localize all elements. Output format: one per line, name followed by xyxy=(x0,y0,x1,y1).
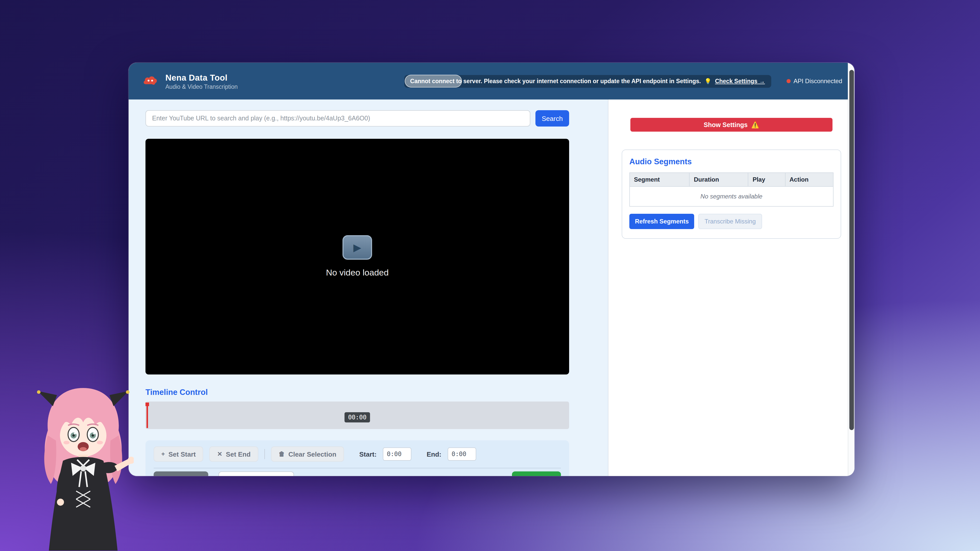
divider xyxy=(154,468,561,468)
timeline-buttons-row: + Set Start ✕ Set End 🗑 Clear Selection xyxy=(154,446,561,462)
set-end-label: Set End xyxy=(226,450,251,458)
window-body: Search ▶ No video loaded Timeline Contro… xyxy=(129,100,854,476)
warning-icon: ⚠️ xyxy=(751,121,759,129)
clear-selection-label: Clear Selection xyxy=(288,450,336,458)
sidebar-panel: Show Settings ⚠️ Audio Segments Segment … xyxy=(608,100,854,476)
api-status-label: API Disconnected xyxy=(794,78,842,85)
timeline-heading: Timeline Control xyxy=(145,388,569,397)
youtube-url-input[interactable] xyxy=(145,110,530,127)
clipped-button-left[interactable] xyxy=(154,472,208,476)
end-time-input[interactable] xyxy=(447,448,476,461)
segments-buttons: Refresh Segments Transcribe Missing xyxy=(629,214,834,229)
show-settings-button[interactable]: Show Settings ⚠️ xyxy=(630,118,832,132)
set-start-label: Set Start xyxy=(169,450,196,458)
app-header: Nena Data Tool Audio & Video Transcripti… xyxy=(129,63,854,100)
scrollbar-thumb[interactable] xyxy=(850,70,854,430)
end-label: End: xyxy=(427,450,442,458)
search-row: Search xyxy=(145,110,569,127)
clipped-button-right[interactable] xyxy=(512,472,561,476)
segments-table: Segment Duration Play Action No segments… xyxy=(629,172,834,206)
app-titles: Nena Data Tool Audio & Video Transcripti… xyxy=(165,73,238,89)
audio-segments-card: Audio Segments Segment Duration Play Act… xyxy=(622,149,841,239)
no-video-text: No video loaded xyxy=(326,268,389,278)
start-time-input[interactable] xyxy=(383,448,411,461)
segments-empty-text: No segments available xyxy=(630,186,833,206)
scrollbar-track[interactable] xyxy=(848,63,854,476)
status-dot-icon xyxy=(786,79,791,83)
clipped-button-middle[interactable] xyxy=(218,472,294,476)
show-settings-label: Show Settings xyxy=(703,121,748,128)
main-panel: Search ▶ No video loaded Timeline Contro… xyxy=(129,100,608,476)
app-logo-icon xyxy=(141,72,159,90)
col-duration: Duration xyxy=(690,173,748,186)
plus-icon: + xyxy=(161,451,165,457)
trash-icon: 🗑 xyxy=(279,451,285,457)
refresh-segments-button[interactable]: Refresh Segments xyxy=(629,214,694,229)
set-start-button[interactable]: + Set Start xyxy=(154,446,204,462)
api-status: API Disconnected xyxy=(786,78,842,85)
timeline-time-badge: 00:00 xyxy=(345,413,370,423)
desktop-background: Nena Data Tool Audio & Video Transcripti… xyxy=(0,0,980,551)
start-label: Start: xyxy=(360,450,377,458)
col-play: Play xyxy=(748,173,785,186)
play-icon[interactable]: ▶ xyxy=(342,235,372,260)
cross-icon: ✕ xyxy=(217,451,222,457)
col-action: Action xyxy=(785,173,833,186)
timeline-playhead[interactable] xyxy=(146,403,148,428)
audio-segments-heading: Audio Segments xyxy=(629,157,834,166)
timeline-controls-panel: + Set Start ✕ Set End 🗑 Clear Selection xyxy=(145,440,569,476)
col-segment: Segment xyxy=(630,173,690,186)
clipped-button-row xyxy=(154,472,561,476)
segments-header-row: Segment Duration Play Action xyxy=(630,173,833,186)
timeline-track[interactable]: 00:00 xyxy=(145,402,569,429)
bulb-icon: 💡 xyxy=(704,78,711,84)
divider xyxy=(264,449,265,459)
app-subtitle: Audio & Video Transcription xyxy=(165,83,238,89)
set-end-button[interactable]: ✕ Set End xyxy=(210,446,258,462)
transcribe-missing-button[interactable]: Transcribe Missing xyxy=(698,214,762,229)
banner-highlight-pill xyxy=(404,75,462,87)
check-settings-link[interactable]: Check Settings → xyxy=(715,78,765,84)
video-player: ▶ No video loaded xyxy=(145,139,569,375)
app-window: Nena Data Tool Audio & Video Transcripti… xyxy=(129,63,854,476)
mascot-anya-character xyxy=(33,379,134,551)
connection-error-banner: Cannot connect to server. Please check y… xyxy=(404,75,771,87)
app-title: Nena Data Tool xyxy=(165,73,238,83)
segments-empty-row: No segments available xyxy=(630,186,833,206)
play-glyph: ▶ xyxy=(353,241,361,254)
search-button[interactable]: Search xyxy=(535,110,569,127)
clear-selection-button[interactable]: 🗑 Clear Selection xyxy=(271,446,344,462)
